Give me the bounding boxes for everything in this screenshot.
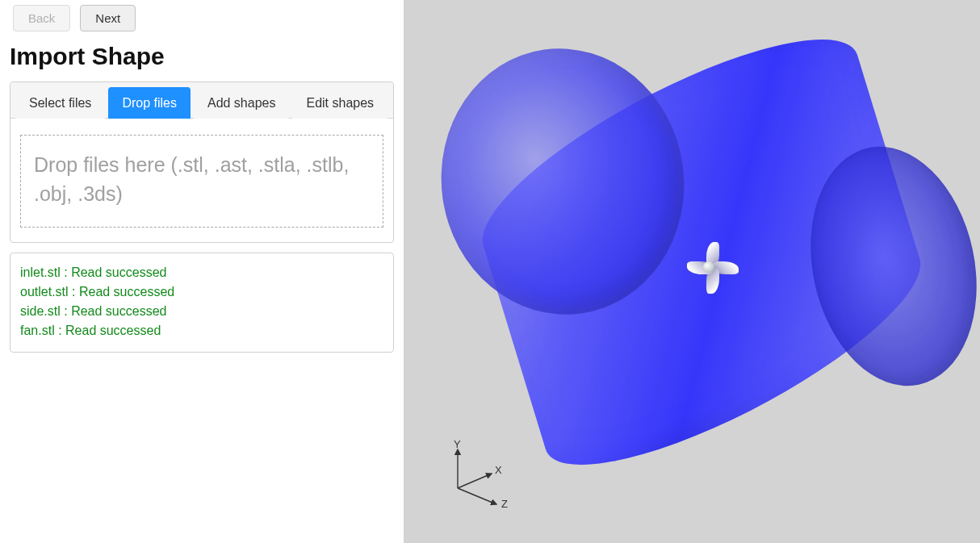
import-tabs: Select files Drop files Add shapes Edit …	[10, 82, 393, 119]
tab-add-shapes[interactable]: Add shapes	[194, 87, 290, 119]
tab-select-files[interactable]: Select files	[15, 87, 105, 119]
drop-area-wrap: Drop files here (.stl, .ast, .stla, .stl…	[10, 119, 393, 237]
tab-drop-files[interactable]: Drop files	[108, 87, 191, 119]
cylinder-mesh	[417, 24, 966, 476]
axis-x-label: X	[495, 464, 502, 476]
page-title: Import Shape	[10, 40, 394, 81]
wizard-nav: Back Next	[10, 0, 394, 40]
svg-line-1	[458, 474, 492, 488]
import-tabs-card: Select files Drop files Add shapes Edit …	[10, 81, 394, 243]
viewport-3d[interactable]: Y X Z	[404, 0, 980, 543]
log-line: inlet.stl : Read successed	[20, 263, 383, 282]
axis-y-label: Y	[454, 438, 461, 450]
log-line: side.stl : Read successed	[20, 302, 383, 321]
drop-zone[interactable]: Drop files here (.stl, .ast, .stla, .stl…	[20, 135, 383, 228]
log-line: fan.stl : Read successed	[20, 321, 383, 340]
tab-edit-shapes[interactable]: Edit shapes	[292, 87, 387, 119]
log-line: outlet.stl : Read successed	[20, 282, 383, 302]
next-button[interactable]: Next	[80, 5, 136, 31]
import-log: inlet.stl : Read successed outlet.stl : …	[10, 253, 394, 353]
fan-mesh	[684, 234, 732, 282]
axis-gizmo: Y X Z	[442, 440, 514, 512]
svg-line-2	[458, 488, 496, 504]
left-panel: Back Next Import Shape Select files Drop…	[0, 0, 404, 543]
back-button[interactable]: Back	[13, 5, 70, 31]
axis-z-label: Z	[501, 498, 508, 510]
